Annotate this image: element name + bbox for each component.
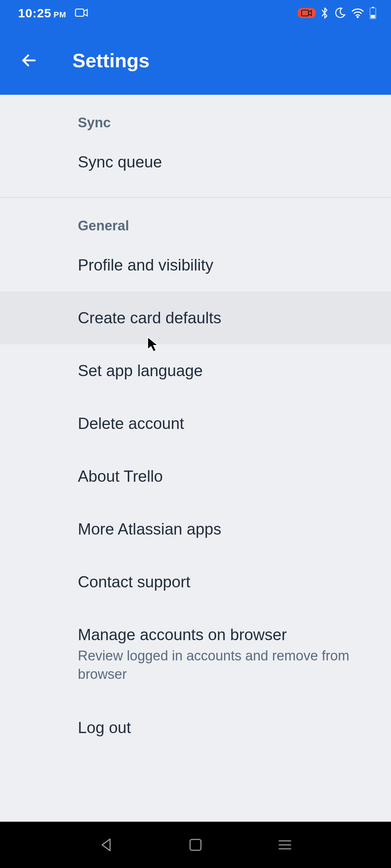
item-more-atlassian-apps[interactable]: More Atlassian apps bbox=[0, 503, 391, 556]
item-subtext: Review logged in accounts and remove fro… bbox=[78, 647, 377, 684]
item-label: About Trello bbox=[78, 467, 163, 485]
status-right bbox=[298, 7, 377, 19]
app-bar: Settings bbox=[0, 26, 391, 95]
item-label: Log out bbox=[78, 719, 131, 736]
settings-content: Sync Sync queue General Profile and visi… bbox=[0, 95, 391, 754]
item-create-card-defaults[interactable]: Create card defaults bbox=[0, 292, 391, 344]
svg-rect-0 bbox=[75, 9, 84, 16]
page-title: Settings bbox=[72, 49, 150, 72]
svg-rect-6 bbox=[190, 839, 201, 850]
moon-icon bbox=[334, 7, 346, 19]
section-header-general: General bbox=[0, 198, 391, 239]
item-label: Create card defaults bbox=[78, 309, 221, 327]
svg-rect-5 bbox=[371, 15, 375, 18]
arrow-left-icon bbox=[20, 51, 38, 70]
nav-back-button[interactable] bbox=[92, 830, 121, 859]
status-time: 10:25 bbox=[18, 6, 51, 20]
wifi-icon bbox=[351, 8, 364, 18]
item-contact-support[interactable]: Contact support bbox=[0, 556, 391, 608]
svg-rect-1 bbox=[302, 10, 308, 16]
item-log-out[interactable]: Log out bbox=[0, 701, 391, 754]
item-label: Contact support bbox=[78, 573, 190, 591]
item-label: Sync queue bbox=[78, 153, 162, 171]
status-bar: 10:25 PM bbox=[0, 0, 391, 26]
menu-recents-icon bbox=[278, 839, 292, 851]
nav-home-button[interactable] bbox=[181, 830, 210, 859]
svg-point-2 bbox=[357, 16, 358, 17]
item-label: Manage accounts on browser bbox=[78, 626, 287, 643]
square-home-icon bbox=[189, 838, 202, 851]
system-nav-bar bbox=[0, 822, 391, 868]
section-header-sync: Sync bbox=[0, 95, 391, 136]
item-label: More Atlassian apps bbox=[78, 520, 221, 538]
battery-icon bbox=[369, 7, 377, 19]
bluetooth-icon bbox=[321, 7, 329, 19]
item-about-trello[interactable]: About Trello bbox=[0, 450, 391, 503]
item-delete-account[interactable]: Delete account bbox=[0, 397, 391, 450]
item-manage-accounts[interactable]: Manage accounts on browser Review logged… bbox=[0, 608, 391, 701]
item-profile-visibility[interactable]: Profile and visibility bbox=[0, 239, 391, 292]
item-sync-queue[interactable]: Sync queue bbox=[0, 136, 391, 188]
nav-recents-button[interactable] bbox=[270, 830, 299, 859]
item-label: Set app language bbox=[78, 362, 203, 379]
screen-record-icon bbox=[298, 8, 316, 18]
camera-icon bbox=[75, 8, 88, 17]
back-button[interactable] bbox=[18, 50, 40, 71]
item-label: Delete account bbox=[78, 414, 184, 432]
triangle-back-icon bbox=[100, 838, 112, 852]
item-set-app-language[interactable]: Set app language bbox=[0, 344, 391, 397]
status-ampm: PM bbox=[54, 10, 66, 20]
status-left: 10:25 PM bbox=[18, 6, 88, 20]
item-label: Profile and visibility bbox=[78, 256, 213, 274]
